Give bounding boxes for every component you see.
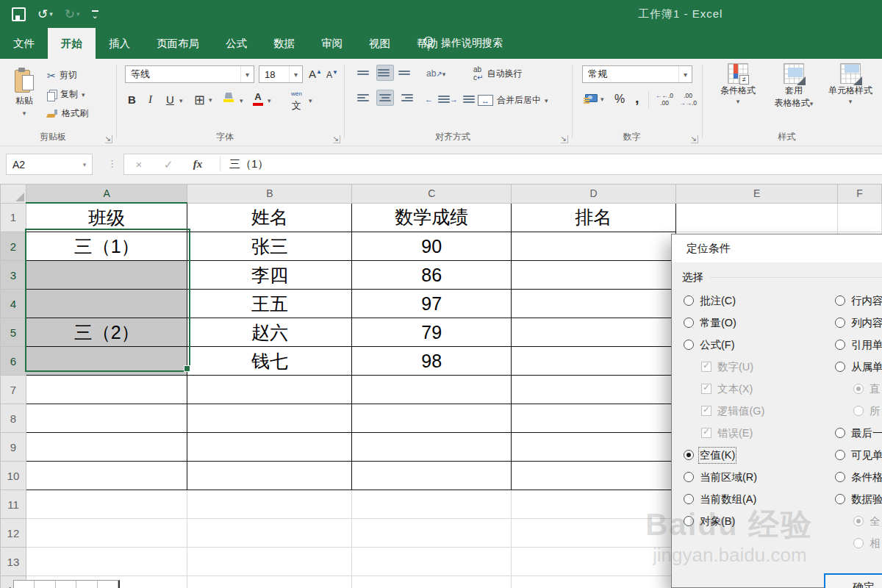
cell-a10[interactable] bbox=[26, 462, 187, 490]
row-header-4[interactable]: 4 bbox=[1, 290, 26, 318]
font-name-combobox[interactable]: 等线 ▾ bbox=[125, 65, 254, 83]
font-size-dropdown-icon[interactable]: ▾ bbox=[289, 66, 302, 82]
option-column-differences[interactable]: 列内容 bbox=[835, 315, 882, 330]
align-right-button[interactable] bbox=[397, 90, 415, 106]
cell-c7[interactable] bbox=[352, 376, 511, 404]
cell-c8[interactable] bbox=[352, 404, 511, 433]
fill-color-button[interactable] bbox=[223, 93, 234, 102]
underline-button[interactable]: U bbox=[166, 93, 174, 106]
copy-button[interactable]: 复制 ▾ bbox=[47, 88, 85, 101]
cell-c1[interactable]: 数学成绩 bbox=[352, 203, 511, 232]
row-header-1[interactable]: 1 bbox=[1, 203, 26, 232]
row-header-5[interactable]: 5 bbox=[1, 318, 26, 347]
conditional-formatting-button[interactable]: ≠ 条件格式 ▾ bbox=[711, 63, 765, 106]
cell-b10[interactable] bbox=[187, 462, 352, 490]
option-objects[interactable]: 对象(B) bbox=[684, 514, 735, 528]
comma-style-button[interactable]: , bbox=[635, 90, 639, 107]
enter-icon[interactable]: ✓ bbox=[154, 158, 183, 171]
bold-button[interactable]: B bbox=[128, 93, 136, 106]
font-color-dropdown-icon[interactable]: ▾ bbox=[268, 97, 271, 104]
increase-indent-button[interactable]: → bbox=[450, 94, 473, 104]
paste-dropdown-icon[interactable]: ▾ bbox=[23, 110, 26, 117]
customize-qat-icon[interactable]: ⌄ bbox=[92, 10, 98, 18]
percent-style-button[interactable]: % bbox=[614, 93, 625, 106]
cell-a6-selected[interactable] bbox=[26, 347, 187, 376]
cell-f1[interactable] bbox=[838, 203, 882, 232]
option-row-differences[interactable]: 行内容 bbox=[835, 293, 882, 308]
cell-c4[interactable]: 97 bbox=[352, 290, 511, 318]
accounting-format-button[interactable]: ▾ bbox=[584, 94, 604, 104]
formula-bar-divider-icon[interactable]: ⋮ bbox=[107, 158, 117, 169]
cell-b9[interactable] bbox=[187, 433, 352, 462]
font-dialog-launcher-icon[interactable]: ↘ bbox=[333, 135, 340, 143]
merge-center-button[interactable]: ↔ 合并后居中 ▾ bbox=[478, 94, 548, 107]
conditional-dropdown-icon[interactable]: ▾ bbox=[736, 98, 740, 106]
cell-a5-selected[interactable]: 三（2） bbox=[26, 318, 187, 347]
decrease-decimal-button[interactable]: .00→→.0 bbox=[679, 93, 697, 107]
cell-b1[interactable]: 姓名 bbox=[187, 203, 352, 232]
tab-view[interactable]: 视图 bbox=[356, 28, 404, 59]
cell-c10[interactable] bbox=[352, 462, 511, 490]
cell-d2[interactable] bbox=[511, 232, 675, 261]
cell-a11[interactable] bbox=[26, 490, 187, 519]
option-constants[interactable]: 常量(O) bbox=[684, 315, 736, 330]
paste-button[interactable]: 粘贴 ▾ bbox=[7, 65, 41, 128]
cell-d4[interactable] bbox=[511, 290, 675, 318]
cell-d13[interactable] bbox=[511, 548, 675, 576]
option-visible-cells[interactable]: 可见单 bbox=[835, 448, 882, 462]
cell-b11[interactable] bbox=[187, 490, 352, 519]
tab-data[interactable]: 数据 bbox=[260, 28, 308, 59]
option-formulas[interactable]: 公式(F) bbox=[684, 337, 735, 352]
font-name-dropdown-icon[interactable]: ▾ bbox=[240, 66, 254, 82]
cell-d3[interactable] bbox=[511, 261, 675, 290]
grow-font-button[interactable]: A▲ bbox=[309, 68, 322, 80]
name-box-dropdown-icon[interactable]: ▾ bbox=[77, 161, 92, 168]
column-header-e[interactable]: E bbox=[676, 184, 838, 204]
cell-styles-button[interactable]: 单元格样式 ▾ bbox=[822, 63, 878, 106]
wrap-text-button[interactable]: abc↵ 自动换行 bbox=[473, 66, 522, 82]
number-dialog-launcher-icon[interactable]: ↘ bbox=[691, 135, 698, 143]
copy-dropdown-icon[interactable]: ▾ bbox=[82, 91, 85, 98]
italic-button[interactable]: I bbox=[148, 93, 152, 106]
cell-c6[interactable]: 98 bbox=[352, 347, 511, 376]
row-header-8[interactable]: 8 bbox=[1, 404, 26, 433]
cell-b5[interactable]: 赵六 bbox=[187, 318, 352, 347]
cell-c3[interactable]: 86 bbox=[352, 261, 511, 290]
row-header-11[interactable]: 11 bbox=[1, 490, 26, 519]
row-header-2[interactable]: 2 bbox=[1, 232, 26, 261]
cell-c12[interactable] bbox=[352, 519, 511, 548]
option-dependents[interactable]: 从属单 bbox=[835, 359, 882, 374]
row-header-3[interactable]: 3 bbox=[1, 261, 26, 290]
cell-b7[interactable] bbox=[187, 376, 352, 404]
underline-dropdown-icon[interactable]: ▾ bbox=[179, 97, 183, 104]
cell-d5[interactable] bbox=[511, 318, 675, 347]
option-current-region[interactable]: 当前区域(R) bbox=[684, 470, 757, 484]
cell-c5[interactable]: 79 bbox=[352, 318, 511, 347]
column-header-d[interactable]: D bbox=[511, 184, 675, 204]
undo-dropdown-icon[interactable]: ▾ bbox=[49, 10, 53, 18]
cell-c2[interactable]: 90 bbox=[352, 232, 511, 261]
option-blanks-selected[interactable]: 空值(K) bbox=[684, 448, 735, 462]
cell-b2[interactable]: 张三 bbox=[187, 232, 352, 261]
decrease-indent-button[interactable]: ← bbox=[425, 94, 448, 104]
cut-button[interactable]: ✂ 剪切 bbox=[47, 69, 77, 82]
shrink-font-button[interactable]: A▼ bbox=[326, 69, 338, 80]
cell-b8[interactable] bbox=[187, 404, 352, 433]
column-header-c[interactable]: C bbox=[352, 184, 511, 204]
cell-a2-active[interactable]: 三（1） bbox=[26, 232, 187, 261]
cell-styles-dropdown-icon[interactable]: ▾ bbox=[849, 98, 853, 106]
cell-a9[interactable] bbox=[26, 433, 187, 462]
clipboard-dialog-launcher-icon[interactable]: ↘ bbox=[105, 135, 112, 143]
tab-review[interactable]: 审阅 bbox=[308, 28, 356, 59]
tab-insert[interactable]: 插入 bbox=[96, 28, 143, 59]
number-format-dropdown-icon[interactable]: ▾ bbox=[678, 66, 692, 82]
cell-a1[interactable]: 班级 bbox=[26, 203, 187, 232]
cell-b14[interactable] bbox=[187, 576, 352, 588]
tab-formulas[interactable]: 公式 bbox=[212, 28, 260, 59]
cell-b13[interactable] bbox=[187, 548, 352, 576]
cancel-icon[interactable]: × bbox=[124, 158, 154, 171]
cell-d11[interactable] bbox=[511, 490, 675, 519]
cell-a3-selected[interactable] bbox=[26, 261, 187, 290]
cell-c9[interactable] bbox=[352, 433, 511, 462]
option-conditional-formats[interactable]: 条件格 bbox=[835, 470, 882, 484]
